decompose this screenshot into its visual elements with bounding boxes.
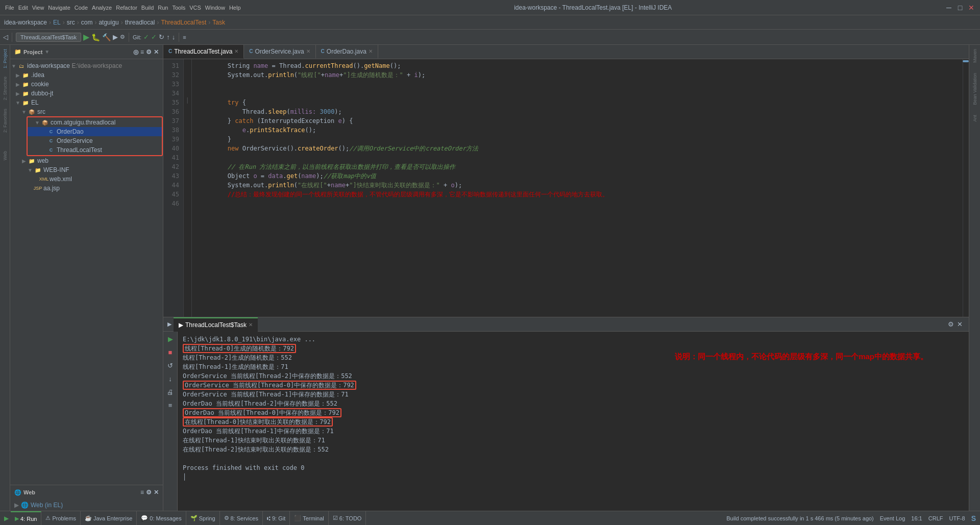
build-button[interactable]: 🔨 (102, 33, 111, 41)
bottom-tab-spring[interactable]: 🌱 Spring (186, 511, 220, 526)
git-history[interactable]: ↻ (159, 33, 164, 41)
app-menu-refactor[interactable]: Refactor (116, 5, 137, 11)
panel-close-btn[interactable]: ✕ (154, 48, 159, 56)
run-filter-btn[interactable]: ≡ (165, 400, 176, 410)
app-menu-code[interactable]: Code (75, 5, 88, 11)
fold-marker-39[interactable]: │ (184, 96, 191, 105)
bottom-tab-problems[interactable]: ⚠ Problems (41, 511, 80, 526)
bottom-tab-todo[interactable]: ☑ 6: TODO (329, 511, 366, 526)
event-log-label[interactable]: Event Log (880, 515, 905, 521)
tab-threadlocaltest-close[interactable]: ✕ (234, 48, 238, 54)
app-menu-window[interactable]: Window (205, 5, 225, 11)
bottom-tab-messages[interactable]: 💬 0: Messages (137, 511, 186, 526)
tab-orderservice-close[interactable]: ✕ (306, 48, 310, 54)
web-panel-btn2[interactable]: ⚙ (146, 489, 152, 496)
panel-collapse-btn[interactable]: ≡ (140, 48, 144, 56)
tree-item-orderservice[interactable]: C OrderService (28, 136, 162, 145)
debug-button[interactable]: 🐛 (91, 33, 100, 41)
run-close-icon[interactable]: ✕ (957, 320, 963, 328)
left-panel-favorites[interactable]: 2: Favorites (3, 109, 8, 133)
app-menu-file[interactable]: File (5, 5, 14, 11)
coverage-button[interactable]: ▶ (113, 33, 118, 41)
bottom-tab-run[interactable]: ▶ 4: Run (11, 511, 41, 526)
breadcrumb-threadlocal[interactable]: threadlocal (125, 19, 155, 26)
web-in-el[interactable]: ▶ 🌐 Web (in EL) (10, 499, 163, 511)
tree-item-package[interactable]: ▼ 📦 com.atguigu.threadlocal (28, 118, 162, 127)
tree-item-cookie[interactable]: ▶ 📁 cookie (10, 80, 163, 89)
breadcrumb-class[interactable]: ThreadLocalTest (161, 19, 207, 26)
app-menu-view[interactable]: View (32, 5, 44, 11)
app-menu-build[interactable]: Build (141, 5, 154, 11)
breadcrumb-workspace[interactable]: idea-workspace (4, 19, 47, 26)
tab-orderdao[interactable]: C OrderDao.java ✕ (316, 45, 378, 59)
close-button[interactable]: ✕ (968, 4, 975, 11)
web-panel-btn1[interactable]: ≡ (140, 489, 144, 496)
tree-item-src[interactable]: ▼ 📦 src (10, 107, 163, 116)
breadcrumb-el[interactable]: EL (53, 19, 61, 26)
run-stop-btn[interactable]: ■ (165, 347, 176, 357)
tree-item-threadlocaltest[interactable]: C ThreadLocalTest (28, 145, 162, 155)
tree-item-webinf[interactable]: ▼ 📁 WEB-INF (10, 165, 163, 174)
left-panel-project[interactable]: 1: Project (3, 49, 8, 68)
git-push[interactable]: ↑ (166, 33, 170, 41)
more-tools[interactable]: ≡ (183, 34, 186, 40)
run-play-btn[interactable]: ▶ (165, 334, 176, 344)
right-panel-ant[interactable]: Ant (972, 115, 977, 122)
encoding-indicator[interactable]: UTF-8 (949, 515, 965, 521)
run-tab-task[interactable]: ▶ ThreadLocalTest$Task ✕ (174, 317, 258, 332)
run-status-icon[interactable]: ▶ (4, 515, 9, 522)
line-sep-indicator[interactable]: CRLF (928, 515, 943, 521)
breadcrumb-atguigu[interactable]: atguigu (99, 19, 118, 26)
git-checkmark1[interactable]: ✓ (143, 33, 149, 41)
tree-item-webxml[interactable]: XML web.xml (10, 174, 163, 184)
back-button[interactable]: ◁ (3, 33, 8, 41)
panel-locate-btn[interactable]: ◎ (133, 48, 138, 56)
app-menu-help[interactable]: Help (229, 5, 241, 11)
tab-threadlocaltest[interactable]: C ThreadLocalTest.java ✕ (163, 45, 244, 59)
app-menu-navigate[interactable]: Navigate (48, 5, 70, 11)
left-panel-web[interactable]: Web (3, 151, 8, 160)
maximize-button[interactable]: □ (957, 4, 964, 11)
run-tab-close[interactable]: ✕ (249, 322, 253, 328)
tree-item-aajsp[interactable]: JSP aa.jsp (10, 184, 163, 193)
run-config-selector[interactable]: ThreadLocalTest$Task (16, 33, 81, 42)
git-checkmark2[interactable]: ✓ (151, 33, 157, 41)
tree-item-dubbo[interactable]: ▶ 📁 dubbo-jt (10, 89, 163, 98)
fold-marker-35[interactable] (184, 59, 191, 68)
run-button[interactable]: ▶ (83, 32, 89, 42)
app-menu-vcs[interactable]: VCS (189, 5, 201, 11)
run-settings-btn2[interactable]: 🖨 (165, 387, 176, 397)
tree-item-idea[interactable]: ▶ 📁 .idea (10, 70, 163, 80)
run-settings-icon[interactable]: ⚙ (948, 320, 954, 328)
right-panel-bean[interactable]: Bean Validation (972, 73, 977, 105)
app-menu-run[interactable]: Run (158, 5, 168, 11)
run-rerun-btn[interactable]: ↺ (165, 360, 176, 370)
settings-button[interactable]: ⚙ (120, 34, 125, 40)
app-menu-edit[interactable]: Edit (18, 5, 28, 11)
tree-item-web[interactable]: ▶ 📁 web (10, 156, 163, 165)
breadcrumb-com[interactable]: com (81, 19, 93, 26)
right-panel-maven[interactable]: Maven (972, 49, 977, 63)
bottom-tab-terminal[interactable]: ⬛ Terminal (290, 511, 329, 526)
tree-item-root[interactable]: ▼ 🗂 idea-workspace E:\idea-workspace (10, 61, 163, 70)
project-dropdown-icon[interactable]: ▼ (44, 49, 50, 55)
run-icon[interactable]: ▶ (165, 321, 174, 328)
breadcrumb-src[interactable]: src (67, 19, 75, 26)
bottom-tab-git[interactable]: ⑆ 9: Git (263, 511, 290, 526)
tree-item-el[interactable]: ▼ 📁 EL (10, 98, 163, 107)
minimize-button[interactable]: ─ (945, 4, 952, 11)
left-panel-structure[interactable]: 2: Structure (3, 77, 8, 101)
code-content[interactable]: String name = Thread.currentThread().get… (192, 59, 963, 317)
app-menu-tools[interactable]: Tools (172, 5, 185, 11)
panel-settings-btn[interactable]: ⚙ (146, 48, 152, 56)
app-menu-analyze[interactable]: Analyze (92, 5, 112, 11)
breadcrumb-method[interactable]: Task (212, 19, 225, 26)
bottom-tab-services[interactable]: ⚙ 8: Services (220, 511, 263, 526)
bottom-tab-java-enterprise[interactable]: ☕ Java Enterprise (81, 511, 137, 526)
run-scroll-end-btn[interactable]: ↓ (165, 373, 176, 384)
web-panel-close[interactable]: ✕ (154, 489, 159, 496)
git-pull[interactable]: ↓ (172, 33, 176, 41)
tree-item-orderdao[interactable]: C OrderDao (28, 127, 162, 136)
tab-orderservice[interactable]: C OrderService.java ✕ (244, 45, 315, 59)
tab-orderdao-close[interactable]: ✕ (369, 48, 373, 54)
